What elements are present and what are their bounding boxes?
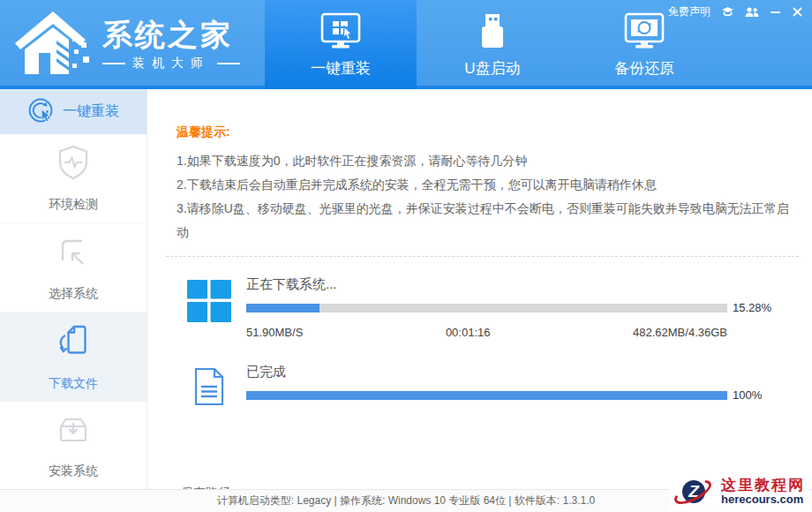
sidebar-item-label: 一键重装 [63,102,119,121]
document-icon [193,367,225,410]
download-progress-track [246,304,727,312]
subtitle-right-dash [217,63,240,64]
main-content: 温馨提示: 1.如果下载速度为0，此时软件正在搜索资源，请耐心等待几分钟 2.下… [147,89,812,489]
users-icon[interactable] [745,6,759,18]
tab-one-click-reinstall[interactable]: 一键重装 [265,0,417,89]
download-progress-fill [246,304,320,312]
download-file-icon [53,321,94,365]
service-icon[interactable] [721,6,734,18]
sidebar-item-one-click-reinstall[interactable]: 一键重装 [0,89,147,134]
download-elapsed-time: 00:01:16 [446,326,491,339]
app-logo: 系统之家 装机大师 [12,9,240,79]
download-percent-label: 15.28% [733,301,778,314]
watermark: Z 这里教程网 herecours.com [669,472,810,511]
download-progress-section: 正在下载系统... 15.28% 51.90MB/S 00:01:16 482.… [188,276,778,339]
sidebar-item-label: 下载文件 [49,376,98,392]
completed-progress-fill [246,391,727,400]
tab-label: U盘启动 [464,58,520,79]
tab-label: 一键重装 [311,58,371,79]
tips-panel: 温馨提示: 1.如果下载速度为0，此时软件正在搜索资源，请耐心等待几分钟 2.下… [147,89,812,245]
sidebar-item-label: 环境检测 [49,197,98,213]
app-subtitle-row: 装机大师 [102,56,240,72]
download-status-text: 正在下载系统... [246,276,778,293]
sidebar-item-select-system[interactable]: 选择系统 [0,223,147,312]
download-size: 482.62MB/4.36GB [633,326,727,339]
sidebar-item-label: 选择系统 [49,286,98,302]
app-header: 系统之家 装机大师 [0,0,812,89]
shield-check-icon [53,144,94,185]
close-button[interactable] [792,6,803,18]
disclaimer-link[interactable]: 免费声明 [668,4,710,19]
completed-status-text: 已完成 [246,364,778,380]
app-subtitle: 装机大师 [132,56,210,72]
watermark-z-logo-icon: Z [673,473,715,510]
sidebar: 一键重装 环境检测 选择系统 下载文件 [0,89,147,489]
reinstall-circle-icon [27,97,54,127]
sidebar-item-env-check[interactable]: 环境检测 [0,134,147,223]
sidebar-item-label: 安装系统 [49,463,98,479]
cursor-select-icon [53,233,94,275]
completed-percent-label: 100% [733,388,778,402]
minimize-button[interactable] [770,6,781,18]
tab-usb-boot[interactable]: U盘启动 [417,0,568,89]
window-controls: 免费声明 [668,4,803,19]
download-speed: 51.90MB/S [246,326,303,339]
tips-title: 温馨提示: [177,124,800,140]
tip-line-2: 2.下载结束后会自动重启并完成系统的安装，全程无需干预，您可以离开电脑请稍作休息 [177,173,800,197]
app-title: 系统之家 [102,17,240,52]
completed-progress-section: 已完成 100% [188,364,778,410]
usb-drive-icon [473,11,512,51]
install-box-icon [53,412,94,452]
sidebar-item-download-file[interactable]: 下载文件 [0,312,147,402]
monitor-restore-icon [623,11,665,51]
tab-label: 备份还原 [614,58,674,79]
download-stats-row: 51.90MB/S 00:01:16 482.62MB/4.36GB [246,326,727,339]
subtitle-left-dash [102,63,125,64]
tip-line-1: 1.如果下载速度为0，此时软件正在搜索资源，请耐心等待几分钟 [177,149,800,173]
tip-line-3: 3.请移除U盘、移动硬盘、光驱里的光盘，并保证安装过程中不会断电，否则重装可能失… [177,197,800,245]
watermark-site-name: 这里教程网 [721,478,805,494]
dashed-divider [166,256,799,257]
completed-progress-track [246,391,727,400]
watermark-domain: herecours.com [721,493,805,506]
house-logo-icon [12,9,94,79]
windows-logo-icon [187,280,231,339]
monitor-windows-icon [320,11,362,51]
main-tabs: 一键重装 U盘启动 [265,0,720,89]
system-info-text: 计算机启动类型: Legacy | 操作系统: Windows 10 专业版 6… [217,494,595,507]
sidebar-item-install-system[interactable]: 安装系统 [0,402,147,491]
